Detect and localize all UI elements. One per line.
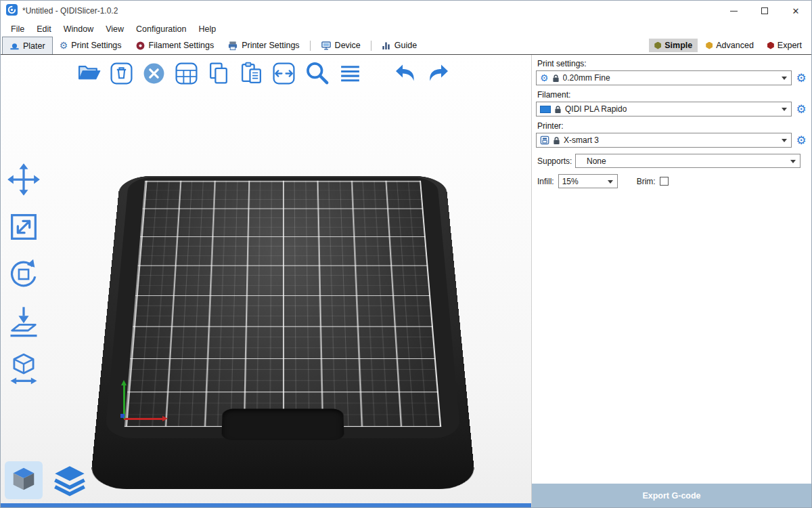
3d-editor-view-button[interactable] — [5, 461, 43, 499]
copy-icon — [206, 61, 231, 88]
redo-button[interactable] — [426, 62, 450, 88]
variable-layer-height-button[interactable] — [338, 61, 363, 88]
filament-combo[interactable]: QIDI PLA Rapido — [536, 102, 792, 117]
guide-bars-icon — [382, 41, 391, 51]
x-circle-icon — [141, 61, 166, 88]
printer-gear-button[interactable]: ⚙ — [795, 135, 807, 146]
preview-layers-view-button[interactable] — [52, 465, 87, 499]
search-button[interactable] — [304, 60, 330, 89]
mode-label: Expert — [777, 41, 802, 50]
supports-row: Supports: None — [537, 154, 806, 168]
print-settings-combo[interactable]: ⚙ 0.20mm Fine — [536, 70, 792, 85]
layers-stack-icon — [52, 465, 87, 499]
print-settings-row: ⚙ 0.20mm Fine ⚙ — [536, 70, 807, 85]
copy-button[interactable] — [206, 61, 231, 88]
infill-label: Infill: — [537, 177, 554, 186]
delete-all-button[interactable] — [141, 61, 166, 88]
mode-advanced[interactable]: Advanced — [700, 39, 759, 52]
supports-combo[interactable]: None — [575, 154, 800, 168]
export-gcode-button[interactable]: Export G-code — [532, 484, 811, 507]
split-objects-button[interactable] — [271, 61, 296, 88]
settings-sidebar: Print settings: ⚙ 0.20mm Fine ⚙ Filament… — [531, 55, 811, 507]
mode-switcher: Simple Advanced Expert — [649, 37, 811, 54]
open-folder-icon — [76, 61, 102, 88]
minimize-button[interactable] — [718, 1, 749, 21]
delete-button[interactable] — [109, 61, 134, 88]
tab-print-settings[interactable]: ⚙ Print Settings — [53, 37, 129, 54]
advanced-mode-dot — [706, 42, 713, 49]
maximize-icon — [761, 7, 768, 14]
filament-row: QIDI PLA Rapido ⚙ — [536, 102, 807, 117]
measure-icon — [6, 379, 41, 389]
printer-combo[interactable]: X-smart 3 — [536, 133, 792, 148]
gizmo-toolbar — [6, 162, 41, 389]
tab-device[interactable]: Device — [314, 37, 367, 54]
undo-button[interactable] — [394, 62, 418, 88]
tabbar: Plater ⚙ Print Settings Filament Setting… — [1, 37, 811, 55]
brim-label: Brim: — [637, 177, 656, 186]
filament-color-swatch — [540, 106, 551, 113]
move-tool-button[interactable] — [6, 162, 41, 199]
app-window: *Untitled - QIDISlicer-1.0.2 ✕ File Edit… — [0, 0, 812, 508]
bed-shadow — [129, 468, 434, 488]
tab-guide[interactable]: Guide — [375, 37, 424, 54]
menu-file[interactable]: File — [5, 22, 30, 36]
lock-icon — [554, 105, 562, 114]
arrange-button[interactable] — [174, 61, 199, 88]
close-button[interactable]: ✕ — [780, 1, 811, 21]
open-file-button[interactable] — [76, 61, 102, 88]
layer-slider-bar[interactable] — [1, 503, 531, 507]
infill-combo[interactable]: 15% — [558, 174, 618, 188]
3d-viewport[interactable] — [1, 55, 531, 507]
lock-icon — [553, 136, 560, 145]
scale-tool-button[interactable] — [6, 209, 41, 247]
filament-label: Filament: — [537, 90, 807, 100]
layer-lines-icon — [338, 61, 363, 88]
infill-row: Infill: 15% Brim: — [537, 174, 806, 188]
paste-button[interactable] — [239, 61, 264, 88]
tab-label: Print Settings — [71, 41, 121, 50]
mode-label: Simple — [664, 41, 692, 50]
brim-checkbox[interactable] — [660, 177, 669, 186]
tab-plater[interactable]: Plater — [2, 37, 53, 54]
filament-value: QIDI PLA Rapido — [565, 104, 627, 114]
split-arrows-icon — [271, 61, 296, 88]
search-icon — [304, 60, 330, 89]
tab-separator — [310, 41, 311, 51]
printer-row: X-smart 3 ⚙ — [536, 133, 807, 148]
device-monitor-icon — [321, 41, 332, 51]
filament-gear-button[interactable]: ⚙ — [795, 104, 807, 115]
supports-label: Supports: — [537, 156, 575, 166]
redo-arrow-icon — [426, 62, 450, 88]
bed-rim — [105, 177, 461, 438]
print-settings-gear-button[interactable]: ⚙ — [795, 72, 807, 84]
printer-label: Printer: — [537, 121, 807, 131]
cube-icon — [9, 465, 38, 496]
main-area: Print settings: ⚙ 0.20mm Fine ⚙ Filament… — [1, 55, 811, 507]
tab-filament-settings[interactable]: Filament Settings — [129, 37, 221, 54]
place-on-face-tool-button[interactable] — [6, 304, 41, 341]
view-switcher — [5, 461, 87, 499]
menu-configuration[interactable]: Configuration — [130, 22, 192, 36]
lock-icon — [552, 74, 560, 83]
rotate-tool-button[interactable] — [6, 257, 41, 294]
chevron-down-icon — [782, 139, 787, 142]
tab-label: Filament Settings — [149, 41, 215, 50]
menu-view[interactable]: View — [99, 22, 130, 36]
expert-mode-dot — [767, 42, 774, 49]
menu-edit[interactable]: Edit — [30, 22, 58, 36]
measure-tool-button[interactable] — [6, 352, 41, 389]
trash-icon — [109, 61, 134, 88]
tab-printer-settings[interactable]: Printer Settings — [221, 37, 306, 54]
tab-label: Guide — [394, 41, 417, 50]
mode-expert[interactable]: Expert — [762, 39, 807, 52]
maximize-button[interactable] — [749, 1, 780, 21]
mode-simple[interactable]: Simple — [649, 39, 698, 52]
menubar: File Edit Window View Configuration Help — [1, 21, 811, 37]
print-bed — [89, 176, 476, 489]
menu-window[interactable]: Window — [58, 22, 99, 36]
chevron-down-icon — [782, 77, 787, 80]
window-controls: ✕ — [718, 1, 811, 21]
scale-icon — [6, 237, 41, 247]
menu-help[interactable]: Help — [192, 22, 222, 36]
